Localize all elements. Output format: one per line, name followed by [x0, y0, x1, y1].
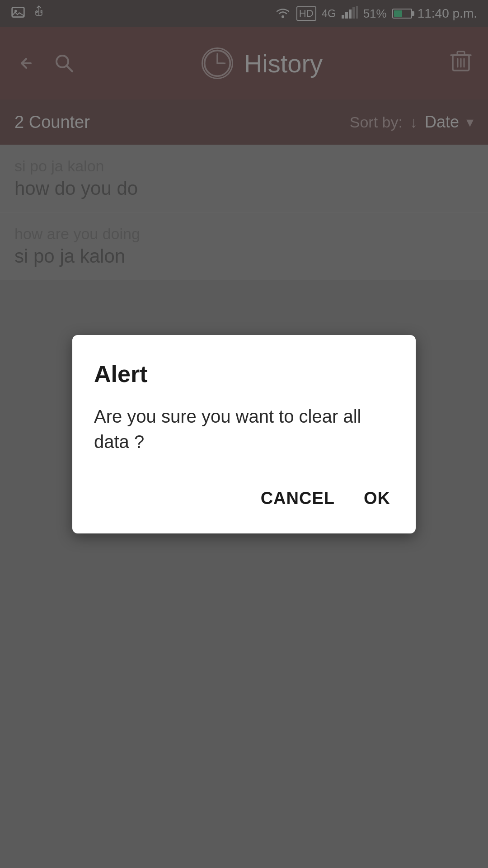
cancel-button[interactable]: CANCEL [257, 481, 338, 515]
dialog-overlay: Alert Are you sure you want to clear all… [0, 0, 488, 868]
alert-message: Are you sure you want to clear all data … [94, 404, 394, 454]
alert-buttons: CANCEL OK [94, 481, 394, 515]
ok-button[interactable]: OK [360, 481, 394, 515]
alert-title: Alert [94, 360, 394, 387]
alert-dialog: Alert Are you sure you want to clear all… [72, 335, 416, 533]
